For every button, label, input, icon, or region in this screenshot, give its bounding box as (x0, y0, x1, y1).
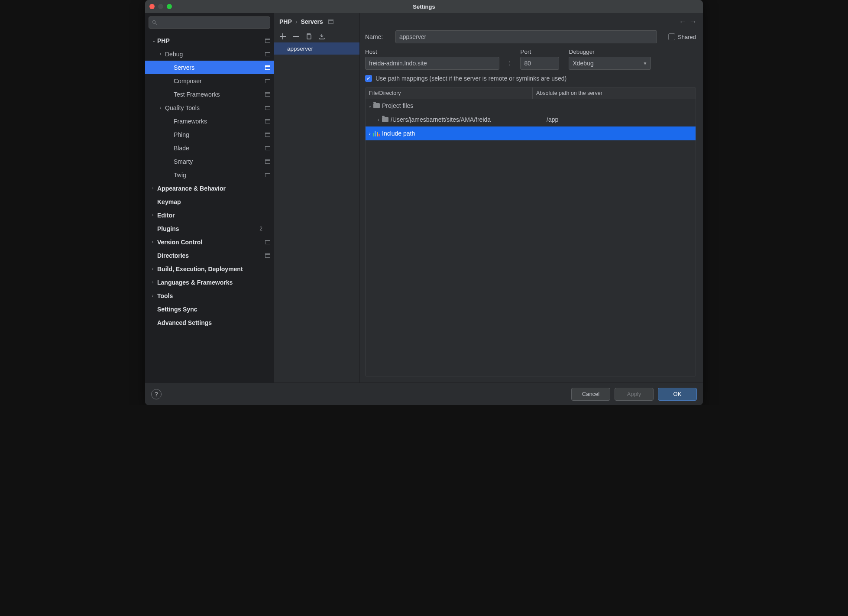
sidebar-item-frameworks[interactable]: Frameworks (145, 114, 274, 128)
port-input[interactable] (520, 57, 559, 70)
expand-arrow-icon: › (152, 266, 157, 271)
sidebar-item-label: Servers (174, 64, 265, 71)
server-name-input[interactable] (395, 30, 657, 43)
settings-sidebar: ⌄PHP›DebugServersComposerTest Frameworks… (145, 13, 274, 383)
sidebar-item-smarty[interactable]: Smarty (145, 155, 274, 168)
help-button[interactable]: ? (151, 389, 162, 399)
sidebar-item-phing[interactable]: Phing (145, 128, 274, 141)
host-label: Host (365, 49, 499, 55)
expand-arrow-icon: › (376, 117, 381, 122)
path-row[interactable]: ⌄Project files (366, 99, 696, 113)
sidebar-item-label: Phing (174, 131, 265, 138)
window-title: Settings (145, 3, 703, 10)
path-row-value[interactable]: /app (543, 116, 693, 123)
servers-toolbar (274, 30, 359, 42)
settings-tree[interactable]: ⌄PHP›DebugServersComposerTest Frameworks… (145, 32, 274, 383)
minimize-window-icon[interactable] (158, 4, 163, 9)
window-controls (149, 4, 172, 9)
cancel-button[interactable]: Cancel (571, 388, 610, 401)
project-scope-icon (265, 119, 270, 123)
sidebar-item-tools[interactable]: ›Tools (145, 289, 274, 302)
breadcrumb-sep: › (295, 18, 298, 25)
sidebar-item-debug[interactable]: ›Debug (145, 47, 274, 61)
close-window-icon[interactable] (149, 4, 155, 9)
sidebar-item-settings-sync[interactable]: Settings Sync (145, 302, 274, 316)
name-label: Name: (365, 33, 390, 40)
path-table-body[interactable]: ⌄Project files›/Users/jamesbarnett/sites… (366, 99, 696, 376)
sidebar-item-label: Languages & Frameworks (157, 279, 270, 286)
import-server-button[interactable] (318, 33, 325, 40)
project-scope-icon (265, 240, 270, 244)
expand-arrow-icon: ⌄ (367, 104, 372, 108)
nav-back-icon[interactable]: ← (679, 17, 686, 26)
add-server-button[interactable] (279, 33, 286, 40)
project-scope-icon (265, 79, 270, 83)
host-port-separator: : (509, 57, 511, 70)
svg-rect-1 (307, 35, 311, 39)
expand-arrow-icon: › (160, 52, 165, 56)
servers-list[interactable]: appserver (274, 42, 359, 383)
sidebar-item-label: Debug (165, 51, 265, 58)
expand-arrow-icon: › (152, 293, 157, 298)
debugger-label: Debugger (569, 49, 651, 55)
project-scope-icon (265, 39, 270, 43)
settings-body: ⌄PHP›DebugServersComposerTest Frameworks… (145, 13, 703, 383)
nav-forward-icon[interactable]: → (689, 17, 697, 26)
sidebar-item-label: Advanced Settings (157, 319, 270, 326)
sidebar-item-test-frameworks[interactable]: Test Frameworks (145, 88, 274, 101)
copy-server-button[interactable] (305, 33, 312, 40)
expand-arrow-icon: › (152, 280, 157, 285)
server-detail-pane: ← → Name: Shared Host : (360, 13, 703, 383)
shared-label: Shared (678, 34, 696, 40)
sidebar-item-label: Settings Sync (157, 306, 270, 313)
path-row[interactable]: ›Include path (366, 126, 696, 140)
apply-button[interactable]: Apply (615, 388, 654, 401)
debugger-select[interactable]: Xdebug ▼ (569, 57, 651, 70)
sidebar-item-twig[interactable]: Twig (145, 168, 274, 182)
sidebar-item-languages-frameworks[interactable]: ›Languages & Frameworks (145, 276, 274, 289)
scope-icon (328, 19, 333, 24)
path-mappings-checkbox[interactable] (365, 75, 372, 82)
breadcrumb-root[interactable]: PHP (279, 18, 292, 25)
sidebar-item-build-execution-deployment[interactable]: ›Build, Execution, Deployment (145, 262, 274, 276)
path-table-header: File/Directory Absolute path on the serv… (366, 88, 696, 99)
project-scope-icon (265, 146, 270, 150)
sidebar-item-servers[interactable]: Servers (145, 61, 274, 74)
settings-search-input[interactable] (159, 19, 267, 26)
sidebar-item-label: Composer (174, 78, 265, 84)
sidebar-item-quality-tools[interactable]: ›Quality Tools (145, 101, 274, 114)
port-label: Port (520, 49, 559, 55)
host-input[interactable] (365, 57, 499, 70)
sidebar-item-plugins[interactable]: Plugins2 (145, 222, 274, 235)
project-scope-icon (265, 159, 270, 164)
sidebar-item-directories[interactable]: Directories (145, 249, 274, 262)
folder-icon (372, 103, 380, 108)
sidebar-item-version-control[interactable]: ›Version Control (145, 235, 274, 249)
server-list-item[interactable]: appserver (274, 42, 359, 55)
shared-checkbox[interactable] (668, 33, 675, 40)
sidebar-item-advanced-settings[interactable]: Advanced Settings (145, 316, 274, 329)
ok-button[interactable]: OK (658, 388, 697, 401)
project-scope-icon (265, 65, 270, 70)
path-row[interactable]: ›/Users/jamesbarnett/sites/AMA/freida/ap… (366, 113, 696, 126)
sidebar-item-keymap[interactable]: Keymap (145, 195, 274, 208)
path-row-label: Include path (382, 130, 415, 137)
breadcrumb-leaf[interactable]: Servers (301, 18, 323, 25)
expand-arrow-icon: › (160, 105, 165, 110)
sidebar-item-composer[interactable]: Composer (145, 74, 274, 88)
path-row-label: Project files (382, 102, 413, 109)
settings-search[interactable] (149, 16, 270, 29)
sidebar-item-php[interactable]: ⌄PHP (145, 34, 274, 47)
project-scope-icon (265, 92, 270, 97)
sidebar-item-blade[interactable]: Blade (145, 141, 274, 155)
dialog-footer: ? Cancel Apply OK (145, 383, 703, 405)
maximize-window-icon[interactable] (167, 4, 172, 9)
expand-arrow-icon: › (152, 213, 157, 217)
sidebar-item-editor[interactable]: ›Editor (145, 208, 274, 222)
remove-server-button[interactable] (292, 33, 299, 40)
sidebar-item-label: Build, Execution, Deployment (157, 266, 270, 272)
folder-icon (381, 117, 389, 122)
sidebar-item-badge: 2 (259, 226, 262, 232)
project-scope-icon (265, 106, 270, 110)
sidebar-item-appearance-behavior[interactable]: ›Appearance & Behavior (145, 182, 274, 195)
